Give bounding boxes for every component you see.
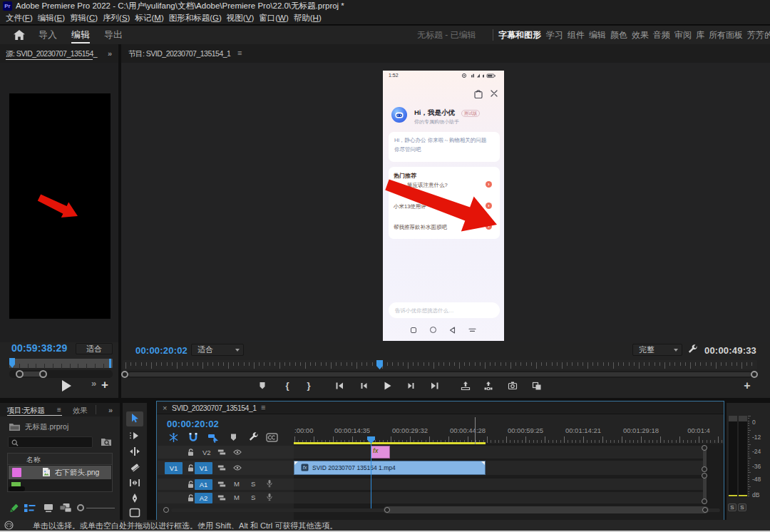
project-item-row[interactable]: 右下箭头.png bbox=[9, 466, 111, 479]
source-zoom-handle-left[interactable] bbox=[16, 370, 24, 378]
add-marker-icon[interactable] bbox=[257, 381, 267, 391]
meter-solo-left-button[interactable]: S bbox=[728, 503, 736, 511]
source-playhead[interactable] bbox=[9, 358, 15, 369]
extract-icon[interactable] bbox=[483, 381, 493, 391]
thumbnail-zoom-slider-track[interactable] bbox=[86, 508, 115, 509]
snap-magnet-icon[interactable] bbox=[188, 432, 199, 443]
project-panel-flyout-icon[interactable]: » bbox=[108, 406, 112, 414]
insert-nest-sequence-icon[interactable] bbox=[168, 432, 179, 443]
v2-lock-icon[interactable] bbox=[187, 448, 195, 456]
menu-F[interactable]: 文件(F) bbox=[6, 13, 33, 24]
menu-M[interactable]: 标记(M) bbox=[135, 13, 163, 24]
timeline-panel-menu-icon[interactable]: ≡ bbox=[261, 403, 265, 411]
bin-path[interactable]: 无标题.prproj bbox=[25, 422, 68, 432]
audio-scroll-knob-bottom[interactable] bbox=[702, 498, 707, 504]
clip-v2-graphic[interactable]: fx bbox=[371, 446, 390, 459]
timeline-tab-close-icon[interactable]: × bbox=[163, 404, 167, 412]
project-panel-menu-icon[interactable]: ≡ bbox=[57, 406, 61, 414]
program-panel-menu-icon[interactable]: ≡ bbox=[237, 48, 242, 57]
mode-tab[interactable]: 导入 bbox=[31, 26, 64, 44]
source-timecode[interactable]: 00:59:38:29 bbox=[11, 342, 67, 354]
track-select-forward-tool-icon[interactable] bbox=[129, 430, 140, 441]
thumbnail-zoom-slider-handle[interactable] bbox=[77, 504, 84, 511]
v2-sync-lock-icon[interactable] bbox=[217, 448, 226, 456]
list-header[interactable]: 名称 bbox=[8, 454, 112, 465]
go-to-in-icon[interactable] bbox=[334, 381, 344, 391]
project-writable-pencil-icon[interactable] bbox=[8, 503, 19, 514]
phone-nav-home-icon[interactable] bbox=[430, 327, 436, 333]
phone-nav-back-icon[interactable] bbox=[449, 327, 456, 334]
mode-tab[interactable]: 导出 bbox=[97, 26, 130, 44]
a1-mute-button[interactable]: M bbox=[234, 480, 240, 488]
timeline-h-scrollbar[interactable] bbox=[384, 506, 709, 513]
menu-E[interactable]: 编辑(E) bbox=[38, 13, 65, 24]
source-play-button[interactable] bbox=[62, 380, 71, 392]
phone-input-field[interactable]: 告诉小优你想挑选什么… bbox=[389, 302, 500, 318]
pen-tool-icon[interactable] bbox=[129, 493, 140, 504]
timeline-playhead-line[interactable] bbox=[371, 442, 371, 508]
v2-toggle-output-eye-icon[interactable] bbox=[233, 448, 242, 456]
program-playhead[interactable] bbox=[376, 360, 383, 369]
program-scrubber[interactable] bbox=[123, 360, 757, 369]
program-zoom-select[interactable]: 适合 bbox=[191, 344, 244, 356]
workspace-tab[interactable]: 审阅 bbox=[674, 26, 692, 44]
a2-track-lane[interactable] bbox=[294, 492, 703, 503]
a2-mute-button[interactable]: M bbox=[234, 493, 240, 501]
source-monitor-tab[interactable]: 源: SVID_20230707_135154_ bbox=[6, 49, 97, 59]
workspace-tab[interactable]: 库 bbox=[696, 26, 704, 44]
v1-source-patch[interactable]: V1 bbox=[165, 462, 183, 474]
video-scroll-knob-bottom[interactable] bbox=[702, 466, 707, 472]
step-forward-icon[interactable] bbox=[406, 381, 416, 391]
v1-track-target[interactable]: V1 bbox=[195, 462, 212, 474]
razor-tool-icon[interactable] bbox=[129, 461, 140, 473]
program-monitor-tab[interactable]: 节目: SVID_20230707_135154_1 bbox=[128, 49, 230, 59]
step-back-icon[interactable] bbox=[359, 381, 369, 391]
menu-V[interactable]: 视图(V) bbox=[227, 13, 254, 24]
source-button-editor-icon[interactable]: + bbox=[101, 378, 108, 392]
program-button-editor-icon[interactable]: + bbox=[742, 381, 752, 391]
video-scroll-knob-top[interactable] bbox=[702, 445, 707, 451]
menu-G[interactable]: 图形和标题(G) bbox=[169, 13, 222, 24]
a2-voiceover-mic-icon[interactable] bbox=[265, 493, 274, 501]
project-tab[interactable]: 项目:无标题 bbox=[7, 406, 44, 416]
audio-scroll-knob-top[interactable] bbox=[702, 473, 707, 479]
workspace-tab[interactable]: 字幕和图形 bbox=[498, 26, 541, 44]
a2-sync-lock-icon[interactable] bbox=[217, 493, 226, 502]
lift-icon[interactable] bbox=[461, 381, 471, 391]
workspace-tab[interactable]: 学习 bbox=[546, 26, 563, 44]
video-tracks-scrollbar[interactable] bbox=[703, 449, 707, 469]
phone-nav-gesture-icon[interactable] bbox=[468, 328, 476, 332]
audio-tracks-scrollbar[interactable] bbox=[703, 476, 707, 501]
track-header-resize-knob[interactable] bbox=[163, 507, 169, 513]
program-zoom-handle-right[interactable] bbox=[751, 371, 758, 378]
list-view-icon[interactable] bbox=[24, 503, 36, 513]
mark-out-icon[interactable]: } bbox=[304, 381, 314, 391]
meter-solo-right-button[interactable]: S bbox=[738, 503, 746, 511]
linked-selection-icon[interactable] bbox=[207, 432, 219, 443]
timeline-ruler[interactable]: :00:0000:00:14:3500:00:29:3200:00:44:280… bbox=[294, 414, 724, 444]
menu-W[interactable]: 窗口(W) bbox=[259, 13, 289, 24]
ripple-edit-tool-icon[interactable] bbox=[129, 446, 140, 457]
play-button-icon[interactable] bbox=[382, 381, 392, 391]
list-h-scrollbar[interactable] bbox=[9, 486, 25, 491]
workspace-tab[interactable]: 音频 bbox=[653, 26, 670, 44]
clip-v1-video[interactable]: fx SVID 20230707 135154 1.mp4 bbox=[294, 461, 486, 475]
source-more-buttons-icon[interactable]: » bbox=[91, 378, 96, 389]
comparison-view-icon[interactable] bbox=[532, 381, 542, 391]
workspace-tab[interactable]: 所有面板 bbox=[709, 26, 743, 44]
effects-tab[interactable]: 效果 bbox=[73, 406, 87, 416]
source-zoom-handle-right[interactable] bbox=[39, 370, 47, 378]
source-zoom-select[interactable]: 适合 bbox=[76, 343, 113, 354]
mark-in-icon[interactable]: { bbox=[282, 381, 292, 391]
playback-resolution-select[interactable]: 完整 bbox=[632, 344, 682, 356]
v1-sync-lock-icon[interactable] bbox=[217, 464, 226, 472]
v2-track-lane[interactable] bbox=[294, 446, 703, 459]
a1-track-target[interactable]: A1 bbox=[195, 479, 212, 490]
mode-tab[interactable]: 编辑 bbox=[64, 26, 97, 44]
h-scroll-knob-left[interactable] bbox=[384, 507, 390, 513]
a1-voiceover-mic-icon[interactable] bbox=[265, 479, 274, 488]
a1-sync-lock-icon[interactable] bbox=[217, 480, 226, 488]
workspace-tab[interactable]: 颜色 bbox=[610, 26, 627, 44]
creative-cloud-icon[interactable] bbox=[4, 521, 14, 530]
timeline-timecode[interactable]: 00:00:20:02 bbox=[167, 419, 219, 429]
